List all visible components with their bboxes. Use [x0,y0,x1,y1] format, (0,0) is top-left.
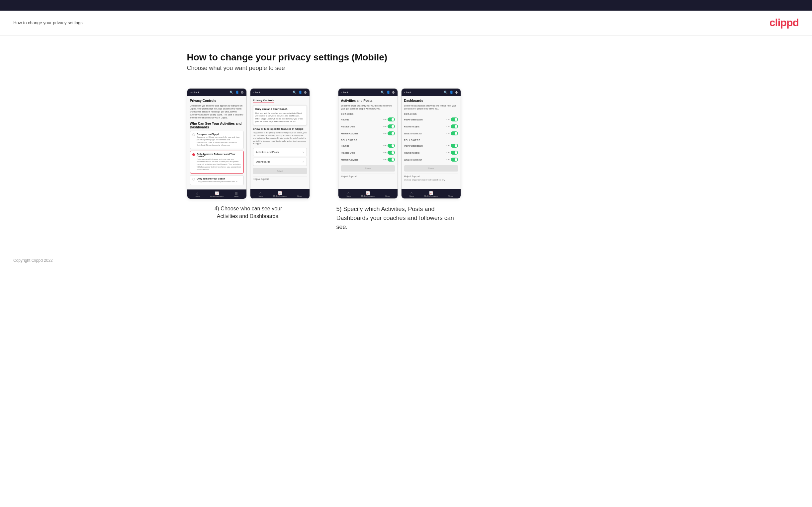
home-icon4: ⌂ [410,191,412,195]
whattowork-follower-toggle[interactable] [451,158,458,162]
performance-label3: My Performance [361,195,374,197]
profile-icon4[interactable]: 👤 [449,91,453,94]
radio-everyone[interactable] [192,133,195,136]
bottom-home[interactable]: ⌂ Home [195,191,200,198]
performance-label: My Performance [210,195,223,198]
settings-icon[interactable]: ⚙ [241,91,244,94]
rounds-coach-toggle[interactable] [388,117,395,121]
screen4-save[interactable]: Save [404,165,458,172]
screen4-bottom-nav: ⌂ Home 📈 My Performance ☰ Menu [402,189,461,199]
bottom-home2[interactable]: ⌂ Home [258,191,263,197]
profile-icon3[interactable]: 👤 [386,91,390,94]
home-label3: Home [346,195,351,197]
screen2-tab[interactable]: Privacy Controls [253,99,274,103]
main-content: How to change your privacy settings (Mob… [174,36,639,248]
search-icon3[interactable]: 🔍 [380,91,385,94]
screen3-nav: ‹ Back 🔍 👤 ⚙ [339,89,398,96]
left-group: ‹ < Back 🔍 👤 ⚙ Privacy Controls Control … [187,88,310,220]
profile-icon[interactable]: 👤 [235,91,239,94]
roundinsights-follower-toggle[interactable] [451,151,458,155]
menu-label: Menu [234,195,239,198]
bottom-menu3[interactable]: ☰ Menu [385,191,390,197]
drills-coach-toggle[interactable] [388,124,395,128]
home-icon2: ⌂ [259,191,261,195]
rounds-follower-label: Rounds [341,145,349,147]
screen1-title: Privacy Controls [190,99,244,103]
playerdash-coach-toggle[interactable] [451,117,458,121]
menu-dashboards[interactable]: Dashboards › [253,158,307,166]
show-hide-text: Regardless of the privacy controls that … [253,131,307,145]
search-icon4[interactable]: 🔍 [444,91,448,94]
followers-label-4: FOLLOWERS [404,139,458,142]
bottom-performance[interactable]: 📈 My Performance [210,191,223,198]
option-only-you-label: Only You and Your Coach [197,177,238,180]
top-bar [0,0,812,11]
bottom-menu2[interactable]: ☰ Menu [297,191,302,197]
manual-follower-toggle[interactable] [388,158,395,162]
screen3-save[interactable]: Save [341,165,395,172]
radio-only-you[interactable] [192,178,195,180]
screenshots-row: ‹ < Back 🔍 👤 ⚙ Privacy Controls Control … [187,88,625,232]
screen2-icons: 🔍 👤 ⚙ [293,91,307,94]
menu-icon4: ☰ [449,191,452,195]
caption5: 5) Specify which Activities, Posts and D… [337,205,463,232]
option-only-you[interactable]: Only You and Your Coach Only you and the… [190,175,244,185]
home-icon: ⌂ [196,191,198,195]
toggle-rounds-follower: Rounds ON [341,143,395,149]
bottom-performance3[interactable]: 📈 My Performance [361,191,374,197]
screen1-subheading: Who Can See Your Activities and Dashboar… [190,122,244,129]
rounds-follower-toggle[interactable] [388,144,395,148]
profile-icon2[interactable]: 👤 [298,91,302,94]
screen1-icons: 🔍 👤 ⚙ [230,91,244,94]
settings-icon3[interactable]: ⚙ [392,91,395,94]
screens-pair-right: ‹ Back 🔍 👤 ⚙ Activities and Posts Select… [338,88,461,199]
settings-icon2[interactable]: ⚙ [304,91,307,94]
roundinsights-follower-label: Round Insights [404,152,420,154]
page-subheading: Choose what you want people to see [187,65,625,72]
radio-followers[interactable] [192,153,195,156]
screen1-mockup: ‹ < Back 🔍 👤 ⚙ Privacy Controls Control … [187,88,247,199]
toggle-drills-coach: Practice Drills ON [341,123,395,130]
settings-icon4[interactable]: ⚙ [455,91,458,94]
screen3-desc: Select the types of activity that you'd … [341,104,395,110]
show-hide-section: Show or hide specific features in Clippd… [253,127,307,145]
manual-coach-toggle[interactable] [388,131,395,135]
toggle-whattowork-coach: What To Work On ON [404,130,458,137]
bottom-performance4[interactable]: 📈 My Performance [424,191,438,197]
screen4-back[interactable]: ‹ Back [404,91,412,94]
search-icon2[interactable]: 🔍 [293,91,297,94]
option-followers[interactable]: Only Approved Followers and Your Coach O… [190,151,244,174]
bottom-home3[interactable]: ⌂ Home [346,191,351,197]
bottom-menu4[interactable]: ☰ Menu [448,191,453,197]
screen3-icons: 🔍 👤 ⚙ [380,91,395,94]
screen3-back[interactable]: ‹ Back [341,91,349,94]
screen3-content: Activities and Posts Select the types of… [339,96,398,189]
toggle-rounds-coach: Rounds ON [341,116,395,123]
activities-label: Activities and Posts [256,151,279,154]
roundinsights-coach-label: Round Insights [404,125,420,128]
playerdash-coach-label: Player Dashboard [404,118,423,121]
screen4-mockup: ‹ Back 🔍 👤 ⚙ Dashboards Select the dashb… [401,88,461,199]
search-icon[interactable]: 🔍 [230,91,234,94]
bottom-performance2[interactable]: 📈 My Performance [273,191,287,197]
menu-label2: Menu [297,195,302,197]
screen2-content: Privacy Controls Only You and Your Coach… [250,96,309,189]
menu-activities[interactable]: Activities and Posts › [253,148,307,156]
header: How to change your privacy settings clip… [0,11,812,36]
bottom-home4[interactable]: ⌂ Home [409,191,414,197]
bottom-menu[interactable]: ☰ Menu [234,191,239,198]
activities-arrow: › [303,150,304,154]
roundinsights-coach-toggle[interactable] [451,124,458,128]
home-label: Home [195,195,200,198]
option-everyone[interactable]: Everyone on Clippd Everyone on Clippd ca… [190,131,244,149]
playerdash-follower-toggle[interactable] [451,144,458,148]
menu-label3: Menu [385,195,390,197]
screen3-mockup: ‹ Back 🔍 👤 ⚙ Activities and Posts Select… [338,88,398,199]
performance-label2: My Performance [273,195,287,197]
screen1-back[interactable]: ‹ < Back [190,91,200,94]
screen2-back[interactable]: ‹ Back [253,91,261,94]
screen2-save[interactable]: Save [253,168,307,174]
copyright: Copyright Clippd 2022 [13,258,53,263]
drills-follower-toggle[interactable] [388,151,395,155]
whattowork-coach-toggle[interactable] [451,131,458,135]
